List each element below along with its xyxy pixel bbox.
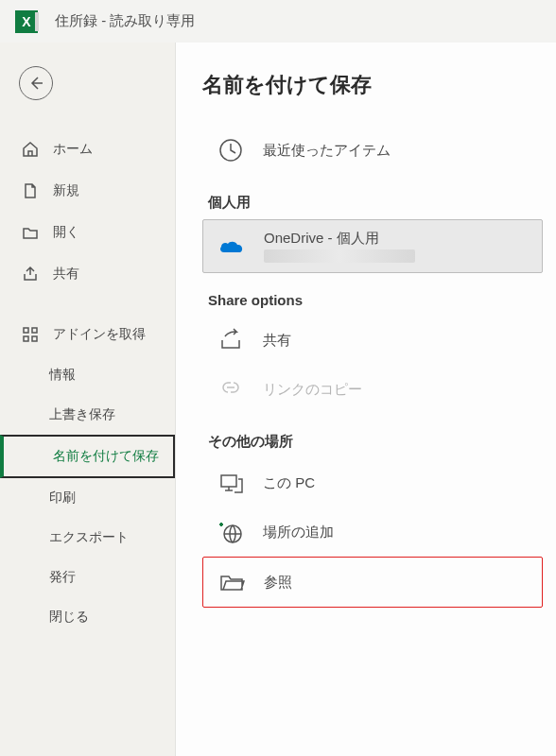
file-icon <box>21 181 40 200</box>
location-label: 最近使ったアイテム <box>263 142 530 160</box>
onedrive-account-redacted <box>264 249 415 263</box>
nav-open[interactable]: 開く <box>0 212 175 253</box>
share-arrow-icon <box>216 325 246 355</box>
nav-label: エクスポート <box>49 529 129 546</box>
nav-share[interactable]: 共有 <box>0 253 175 295</box>
document-name: 住所録 <box>55 12 97 28</box>
page-title: 名前を付けて保存 <box>202 71 543 99</box>
location-label: リンクのコピー <box>263 381 530 399</box>
nav-get-addins[interactable]: アドインを取得 <box>0 314 175 355</box>
nav-info[interactable]: 情報 <box>0 355 175 395</box>
nav-label: アドインを取得 <box>53 326 146 343</box>
section-share-options: Share options <box>208 292 543 308</box>
nav-label: 共有 <box>53 266 79 283</box>
nav-label: 情報 <box>49 367 76 384</box>
svg-rect-2 <box>24 336 28 341</box>
nav-label: 上書き保存 <box>49 406 115 423</box>
nav-close[interactable]: 閉じる <box>0 597 175 637</box>
excel-app-icon <box>15 10 38 33</box>
share-option-copy-link: リンクのコピー <box>202 365 543 414</box>
nav-label: 印刷 <box>49 490 76 507</box>
section-other-locations: その他の場所 <box>208 433 543 451</box>
nav-home[interactable]: ホーム <box>0 129 175 170</box>
main-panel: 名前を付けて保存 最近使ったアイテム 個人用 OneDrive - 個人用 Sh… <box>175 43 556 756</box>
home-icon <box>21 140 40 159</box>
location-add-place[interactable]: 場所の追加 <box>202 507 543 557</box>
nav-label: 閉じる <box>49 609 89 626</box>
share-icon <box>21 265 40 284</box>
nav-label: 発行 <box>49 569 76 586</box>
back-button[interactable] <box>19 66 53 100</box>
share-option-share[interactable]: 共有 <box>202 316 543 365</box>
titlebar: 住所録 - 読み取り専用 <box>0 0 556 43</box>
nav-publish[interactable]: 発行 <box>0 558 175 597</box>
nav-label: 開く <box>53 224 79 241</box>
section-personal: 個人用 <box>208 194 543 212</box>
title-separator: - <box>97 12 110 28</box>
folder-icon <box>217 567 247 597</box>
location-label: 共有 <box>263 332 530 350</box>
location-onedrive-personal[interactable]: OneDrive - 個人用 <box>202 219 543 273</box>
clock-icon <box>216 135 246 165</box>
addins-grid-icon <box>21 325 40 344</box>
nav-save-as[interactable]: 名前を付けて保存 <box>0 435 175 478</box>
location-browse[interactable]: 参照 <box>202 557 543 608</box>
nav-save[interactable]: 上書き保存 <box>0 395 175 435</box>
window-title: 住所録 - 読み取り専用 <box>55 12 195 30</box>
backstage-sidebar: ホーム 新規 開く 共有 アドインを取得 <box>0 43 175 756</box>
link-icon <box>216 374 246 404</box>
nav-new[interactable]: 新規 <box>0 170 175 212</box>
location-this-pc[interactable]: この PC <box>202 458 543 507</box>
location-recent[interactable]: 最近使ったアイテム <box>202 126 543 175</box>
location-label: OneDrive - 個人用 <box>264 230 529 248</box>
nav-export[interactable]: エクスポート <box>0 518 175 558</box>
svg-rect-0 <box>24 328 28 333</box>
location-label: 参照 <box>264 574 529 592</box>
svg-rect-5 <box>221 475 236 487</box>
nav-label: 名前を付けて保存 <box>53 448 159 465</box>
pc-icon <box>216 468 246 498</box>
onedrive-icon <box>217 232 247 262</box>
svg-rect-3 <box>32 336 37 341</box>
nav-label: 新規 <box>53 182 79 199</box>
nav-label: ホーム <box>53 141 93 158</box>
location-label: この PC <box>263 474 530 492</box>
nav-print[interactable]: 印刷 <box>0 478 175 518</box>
arrow-left-icon <box>27 75 44 92</box>
document-mode: 読み取り専用 <box>110 12 195 28</box>
add-globe-icon <box>216 517 246 547</box>
svg-rect-1 <box>32 328 37 333</box>
folder-open-icon <box>21 223 40 242</box>
location-label: 場所の追加 <box>263 524 530 541</box>
